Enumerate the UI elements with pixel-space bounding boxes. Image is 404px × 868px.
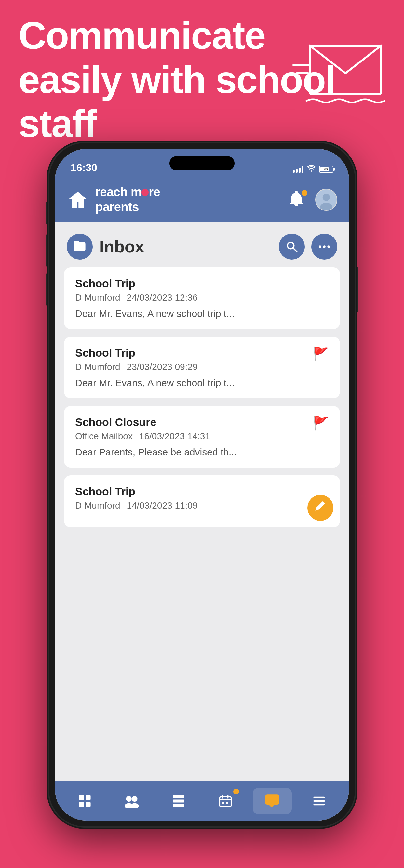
flag-icon: 🚩 xyxy=(313,346,329,362)
silent-button xyxy=(46,202,49,224)
message-subject: School Trip xyxy=(75,485,329,498)
home-button[interactable] xyxy=(67,189,89,211)
message-subject: School Trip xyxy=(75,277,329,290)
battery-icon: 69 xyxy=(319,165,334,173)
volume-down-button xyxy=(46,273,49,306)
user-avatar[interactable] xyxy=(315,189,337,211)
tab-group[interactable] xyxy=(112,788,151,814)
time-display: 16:30 xyxy=(70,162,97,174)
svg-rect-21 xyxy=(173,800,184,803)
hero-text: Communicate easily with school staff xyxy=(19,14,335,146)
phone-screen: 16:30 69 xyxy=(55,149,349,820)
svg-point-16 xyxy=(126,796,132,802)
message-date: 14/03/2023 11:09 xyxy=(127,500,197,511)
message-preview: Dear Parents, Please be advised th... xyxy=(75,447,329,458)
message-sender: D Mumford xyxy=(75,362,120,372)
tab-grid[interactable] xyxy=(65,788,104,814)
svg-rect-28 xyxy=(226,802,228,804)
notification-badge xyxy=(302,190,307,196)
svg-point-17 xyxy=(132,796,137,802)
message-subject: School Trip xyxy=(75,346,329,359)
search-button[interactable] xyxy=(279,234,305,259)
tab-messages[interactable] xyxy=(253,788,292,814)
app-logo: reach mreparents xyxy=(95,185,280,214)
svg-rect-12 xyxy=(79,795,84,800)
tab-calendar[interactable] xyxy=(206,788,245,814)
volume-up-button xyxy=(46,234,49,267)
tab-menu[interactable] xyxy=(300,788,339,814)
dynamic-island xyxy=(169,156,235,170)
message-subject: School Closure xyxy=(75,416,329,429)
signal-icon xyxy=(293,165,304,173)
message-card-2[interactable]: School Trip D Mumford 23/03/2023 09:29 D… xyxy=(64,337,340,398)
message-card-4[interactable]: School Trip D Mumford 14/03/2023 11:09 xyxy=(64,475,340,527)
svg-marker-30 xyxy=(269,805,275,807)
svg-point-4 xyxy=(323,193,330,201)
phone-container: 16:30 69 xyxy=(49,143,355,826)
flag-icon: 🚩 xyxy=(313,416,329,431)
svg-rect-23 xyxy=(220,797,231,807)
message-card-1[interactable]: School Trip D Mumford 24/03/2023 12:36 D… xyxy=(64,268,340,329)
message-meta: D Mumford 23/03/2023 09:29 xyxy=(75,362,329,372)
svg-rect-13 xyxy=(86,795,90,800)
svg-rect-27 xyxy=(222,802,224,804)
svg-point-9 xyxy=(323,245,325,248)
inbox-header: Inbox xyxy=(55,222,349,268)
message-meta: D Mumford 24/03/2023 12:36 xyxy=(75,292,329,303)
message-date: 16/03/2023 14:31 xyxy=(139,431,210,441)
message-meta: Office Mailbox 16/03/2023 14:31 xyxy=(75,431,329,441)
message-sender: D Mumford xyxy=(75,292,120,303)
svg-point-10 xyxy=(327,245,330,248)
content-area: Inbox School Trip xyxy=(55,222,349,781)
app-header: reach mreparents xyxy=(55,178,349,222)
wifi-icon xyxy=(307,165,316,174)
svg-line-7 xyxy=(293,248,297,251)
tab-bar xyxy=(55,781,349,820)
svg-rect-22 xyxy=(173,804,184,807)
notification-bell[interactable] xyxy=(286,189,309,211)
svg-rect-14 xyxy=(79,802,84,807)
message-preview: Dear Mr. Evans, A new school trip t... xyxy=(75,308,329,319)
svg-rect-20 xyxy=(173,795,184,798)
power-button xyxy=(355,267,358,312)
folder-button[interactable] xyxy=(67,234,93,259)
message-sender: Office Mailbox xyxy=(75,431,133,441)
envelope-illustration xyxy=(290,26,394,111)
message-date: 24/03/2023 12:36 xyxy=(127,292,197,303)
svg-rect-29 xyxy=(265,795,279,805)
tab-list[interactable] xyxy=(159,788,198,814)
more-options-button[interactable] xyxy=(311,234,337,259)
message-preview: Dear Mr. Evans, A new school trip t... xyxy=(75,377,329,389)
inbox-title: Inbox xyxy=(99,237,272,256)
svg-rect-15 xyxy=(86,802,90,807)
status-icons: 69 xyxy=(293,165,334,174)
message-sender: D Mumford xyxy=(75,500,120,511)
message-card-3[interactable]: School Closure Office Mailbox 16/03/2023… xyxy=(64,406,340,467)
calendar-badge xyxy=(233,788,239,795)
message-date: 23/03/2023 09:29 xyxy=(127,362,197,372)
compose-button[interactable] xyxy=(307,495,334,521)
message-meta: D Mumford 14/03/2023 11:09 xyxy=(75,500,329,511)
svg-point-8 xyxy=(319,245,321,248)
